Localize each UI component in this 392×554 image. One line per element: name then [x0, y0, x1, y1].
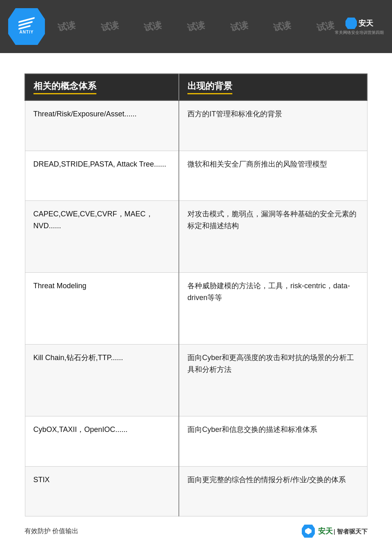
header: ANTIY 试读 试读 试读 试读 试读 试读 试读 安天 常关网络安全培训营第…: [0, 0, 392, 53]
footer-logo-svg: [304, 527, 312, 535]
watermark-3: 试读: [143, 19, 163, 34]
footer-pipe: |: [334, 528, 335, 535]
table-cell-background: 西方的IT管理和标准化的背景: [179, 100, 367, 151]
table-cell-concept: Kill Chain,钻石分析,TTP......: [25, 345, 179, 416]
table-cell-background: 微软和相关安全厂商所推出的风险管理模型: [179, 151, 367, 200]
watermark-1: 试读: [57, 19, 77, 34]
col1-header-text: 相关的概念体系: [33, 80, 96, 94]
right-logo-name: 安天: [359, 18, 373, 28]
footer: 有效防护 价值输出 安天|智者驱天下: [24, 516, 368, 538]
table-cell-concept: CAPEC,CWE,CVE,CVRF，MAEC，NVD......: [25, 201, 179, 273]
footer-logo-text: 安天|智者驱天下: [318, 526, 368, 536]
table-row: Threat Modeling各种威胁建模的方法论，工具，risk-centri…: [25, 273, 367, 345]
table-cell-concept: CybOX,TAXII，OpenIOC......: [25, 416, 179, 466]
col2-header-text: 出现的背景: [187, 80, 232, 94]
watermark-6: 试读: [272, 19, 292, 34]
footer-tagline: 有效防护 价值输出: [24, 527, 78, 536]
table-cell-concept: STIX: [25, 466, 179, 516]
col2-header: 出现的背景: [179, 74, 367, 100]
right-logo-subtitle: 常关网络安全培训营第四期: [335, 30, 384, 36]
right-logo-icon: [345, 18, 357, 29]
main-content: 相关的概念体系 出现的背景 Threat/Risk/Exposure/Asset…: [0, 53, 392, 554]
table-cell-background: 面向Cyber和更高强度的攻击和对抗的场景的分析工具和分析方法: [179, 345, 367, 416]
logo-lines: [18, 19, 35, 28]
antiy-logo: ANTIY: [8, 8, 45, 45]
table-row: CAPEC,CWE,CVE,CVRF，MAEC，NVD......对攻击模式，脆…: [25, 201, 367, 273]
header-watermarks: 试读 试读 试读 试读 试读 试读 试读: [0, 0, 392, 53]
table-row: Threat/Risk/Exposure/Asset......西方的IT管理和…: [25, 100, 367, 151]
table-row: DREAD,STRIDE,PASTA, Attack Tree......微软和…: [25, 151, 367, 200]
table-cell-concept: Threat/Risk/Exposure/Asset......: [25, 100, 179, 151]
table-header-row: 相关的概念体系 出现的背景: [25, 74, 367, 100]
table-row: Kill Chain,钻石分析,TTP......面向Cyber和更高强度的攻击…: [25, 345, 367, 416]
concept-table: 相关的概念体系 出现的背景 Threat/Risk/Exposure/Asset…: [24, 73, 368, 516]
col1-header: 相关的概念体系: [25, 74, 179, 100]
table-cell-background: 面向Cyber和信息交换的描述和标准体系: [179, 416, 367, 466]
table-cell-background: 对攻击模式，脆弱点，漏洞等各种基础的安全元素的标定和描述结构: [179, 201, 367, 273]
watermark-4: 试读: [186, 19, 206, 34]
watermark-2: 试读: [100, 19, 120, 34]
table-row: CybOX,TAXII，OpenIOC......面向Cyber和信息交换的描述…: [25, 416, 367, 466]
table-cell-concept: Threat Modeling: [25, 273, 179, 345]
watermark-5: 试读: [229, 19, 249, 34]
footer-logo: 安天|智者驱天下: [302, 525, 368, 538]
logo-label: ANTIY: [20, 30, 34, 34]
footer-logo-icon: [302, 525, 315, 538]
header-right-brand: 安天 常关网络安全培训营第四期: [335, 12, 384, 41]
right-logo-top: 安天: [345, 18, 373, 29]
footer-brand-name: 安天: [318, 527, 333, 535]
watermark-7: 试读: [316, 19, 336, 34]
footer-brand-sub: 智者驱天下: [337, 528, 368, 535]
table-cell-concept: DREAD,STRIDE,PASTA, Attack Tree......: [25, 151, 179, 200]
table-cell-background: 面向更完整的综合性的情报分析/作业/交换的体系: [179, 466, 367, 516]
table-cell-background: 各种威胁建模的方法论，工具，risk-centric，data-driven等等: [179, 273, 367, 345]
table-row: STIX面向更完整的综合性的情报分析/作业/交换的体系: [25, 466, 367, 516]
